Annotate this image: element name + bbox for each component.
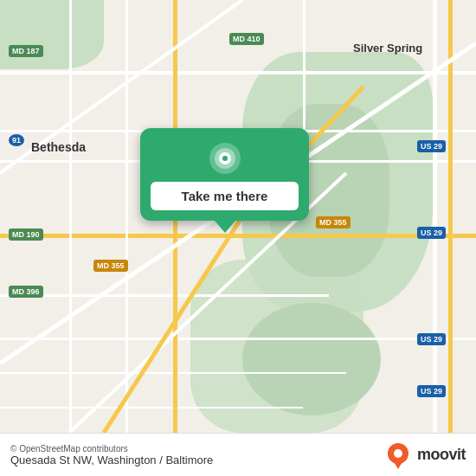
label-us29b: US 29 xyxy=(417,227,446,239)
label-md187: MD 187 xyxy=(9,45,43,57)
park-area-4 xyxy=(0,0,104,69)
take-me-there-button[interactable]: Take me there xyxy=(151,182,299,210)
label-md355a: MD 355 xyxy=(93,260,128,272)
road-h7 xyxy=(0,407,303,408)
svg-marker-11 xyxy=(393,460,403,469)
svg-point-10 xyxy=(394,449,402,458)
copyright-text: © OpenStreetMap contributors xyxy=(10,444,213,453)
location-pin-icon xyxy=(209,142,241,175)
label-md190: MD 190 xyxy=(9,228,43,241)
park-area-5 xyxy=(242,303,381,415)
map-container: MD 187 MD 410 US 29 US 29 US 29 US 29 MD… xyxy=(0,0,476,476)
road-v1 xyxy=(69,0,72,433)
label-us29d: US 29 xyxy=(417,385,446,397)
road-v-yellow2 xyxy=(448,0,453,433)
moovit-logo: moovit xyxy=(384,441,466,469)
svg-point-8 xyxy=(222,156,228,161)
label-i91: 91 xyxy=(9,134,24,146)
label-us29c: US 29 xyxy=(417,333,446,345)
popup-tail xyxy=(215,221,235,233)
road-v2 xyxy=(125,0,128,433)
bottom-bar-left: © OpenStreetMap contributors Quesada St … xyxy=(10,444,213,466)
bottom-bar: © OpenStreetMap contributors Quesada St … xyxy=(0,433,476,476)
road-v3 xyxy=(433,0,437,433)
road-h4 xyxy=(0,294,329,297)
label-us29a: US 29 xyxy=(417,140,446,152)
popup-card: Take me there xyxy=(140,128,309,221)
label-md355b: MD 355 xyxy=(316,216,351,228)
label-md410: MD 410 xyxy=(229,33,264,45)
moovit-logo-icon xyxy=(384,441,412,469)
label-md396: MD 396 xyxy=(9,286,43,298)
moovit-label: moovit xyxy=(417,446,466,464)
location-text: Quesada St NW, Washington / Baltimore xyxy=(10,453,213,466)
